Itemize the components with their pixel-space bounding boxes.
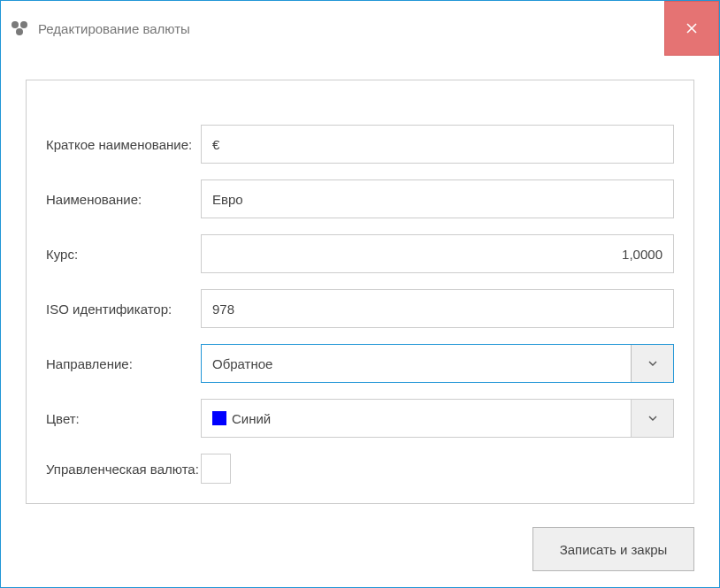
row-direction: Направление: Обратное — [46, 344, 674, 383]
rate-input[interactable] — [201, 234, 674, 273]
color-dropdown-button[interactable] — [631, 400, 673, 437]
row-short-name: Краткое наименование: — [46, 125, 674, 164]
dialog-window: Редактирование валюты Краткое наименован… — [0, 0, 720, 588]
save-close-button[interactable]: Записать и закры — [532, 527, 694, 571]
label-management-currency: Управленческая валюта: — [46, 462, 201, 477]
label-rate: Курс: — [46, 247, 201, 262]
app-icon — [11, 19, 29, 37]
row-color: Цвет: Синий — [46, 399, 674, 438]
form-panel: Краткое наименование: Наименование: Курс… — [26, 80, 694, 504]
content-area: Краткое наименование: Наименование: Курс… — [1, 56, 719, 504]
row-name: Наименование: — [46, 179, 674, 218]
color-swatch — [212, 411, 226, 425]
label-color: Цвет: — [46, 411, 201, 426]
chevron-down-icon — [647, 413, 658, 424]
color-value-wrap: Синий — [202, 400, 631, 437]
direction-select[interactable]: Обратное — [201, 344, 674, 383]
chevron-down-icon — [647, 358, 658, 369]
management-currency-checkbox[interactable] — [201, 454, 231, 484]
row-iso: ISO идентификатор: — [46, 289, 674, 328]
label-name: Наименование: — [46, 192, 201, 207]
color-select[interactable]: Синий — [201, 399, 674, 438]
label-direction: Направление: — [46, 356, 201, 371]
row-rate: Курс: — [46, 234, 674, 273]
titlebar: Редактирование валюты — [1, 1, 719, 56]
name-input[interactable] — [201, 179, 674, 218]
title-group: Редактирование валюты — [11, 19, 190, 37]
footer: Записать и закры — [532, 527, 694, 571]
label-iso: ISO идентификатор: — [46, 302, 201, 317]
short-name-input[interactable] — [201, 125, 674, 164]
window-title: Редактирование валюты — [38, 21, 190, 36]
row-management-currency: Управленческая валюта: — [46, 454, 674, 484]
label-short-name: Краткое наименование: — [46, 137, 201, 152]
close-button[interactable] — [664, 1, 719, 56]
direction-value: Обратное — [202, 345, 631, 382]
iso-input[interactable] — [201, 289, 674, 328]
direction-dropdown-button[interactable] — [631, 345, 673, 382]
color-value: Синий — [232, 411, 271, 426]
close-icon — [685, 21, 699, 35]
